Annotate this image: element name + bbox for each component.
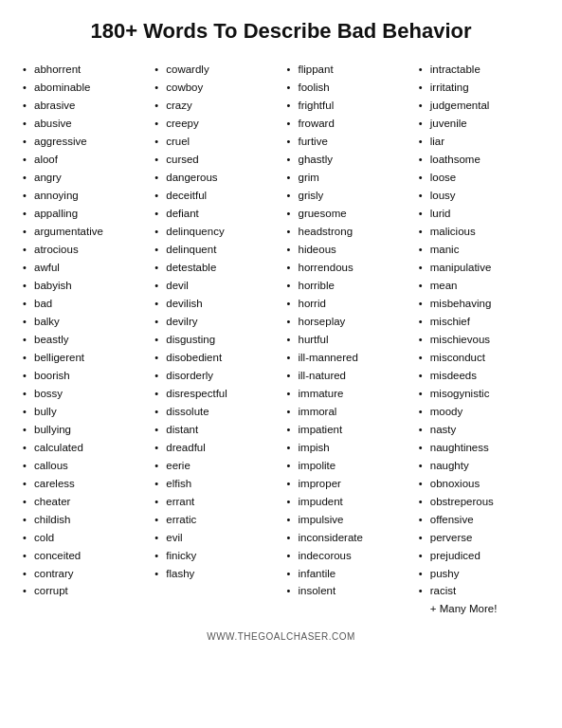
list-item: mischief (417, 313, 541, 331)
list-item: flippant (285, 61, 409, 79)
list-item: awful (21, 259, 145, 277)
list-item: dreadful (153, 439, 277, 457)
list-item: insolent (285, 582, 409, 600)
list-item: malicious (417, 223, 541, 241)
list-item: elfish (153, 475, 277, 493)
list-item: hideous (285, 241, 409, 259)
list-item: horseplay (285, 313, 409, 331)
list-item: manipulative (417, 259, 541, 277)
list-item: hurtful (285, 331, 409, 349)
list-item: lurid (417, 205, 541, 223)
list-item: infantile (285, 565, 409, 583)
list-item: disobedient (153, 349, 277, 367)
word-columns: abhorrentabominableabrasiveabusiveaggres… (17, 61, 545, 618)
list-item: grim (285, 169, 409, 187)
list-item: devilry (153, 313, 277, 331)
list-item: bullying (21, 421, 145, 439)
word-column-2: cowardlycowboycrazycreepycruelcurseddang… (149, 61, 281, 618)
list-item: loathsome (417, 151, 541, 169)
list-item: ghastly (285, 151, 409, 169)
list-item: conceited (21, 547, 145, 565)
list-item: misbehaving (417, 295, 541, 313)
list-item: mean (417, 277, 541, 295)
list-item: frightful (285, 97, 409, 115)
list-item: deceitful (153, 187, 277, 205)
list-item: immature (285, 385, 409, 403)
list-item: aggressive (21, 133, 145, 151)
list-item: dangerous (153, 169, 277, 187)
list-item: delinquency (153, 223, 277, 241)
list-item: moody (417, 403, 541, 421)
list-item: pushy (417, 565, 541, 583)
list-item: distant (153, 421, 277, 439)
list-item: immoral (285, 403, 409, 421)
list-item: prejudiced (417, 547, 541, 565)
list-item: evil (153, 529, 277, 547)
list-item: misconduct (417, 349, 541, 367)
list-item: cursed (153, 151, 277, 169)
list-item: abrasive (21, 97, 145, 115)
list-item: angry (21, 169, 145, 187)
list-item: misdeeds (417, 367, 541, 385)
list-item: cowboy (153, 79, 277, 97)
list-item: mischievous (417, 331, 541, 349)
list-item: disrespectful (153, 385, 277, 403)
list-item: naughtiness (417, 439, 541, 457)
list-item: flashy (153, 565, 277, 583)
list-item: gruesome (285, 205, 409, 223)
list-item: judgemental (417, 97, 541, 115)
list-item: horrid (285, 295, 409, 313)
list-item: intractable (417, 61, 541, 79)
list-item: cold (21, 529, 145, 547)
list-item: ill-natured (285, 367, 409, 385)
list-item: contrary (21, 565, 145, 583)
list-item: grisly (285, 187, 409, 205)
list-item: naughty (417, 457, 541, 475)
list-item: perverse (417, 529, 541, 547)
list-item: obstreperous (417, 493, 541, 511)
list-item: ill-mannered (285, 349, 409, 367)
list-item: racist (417, 582, 541, 600)
list-item: callous (21, 457, 145, 475)
list-item: impish (285, 439, 409, 457)
list-item: manic (417, 241, 541, 259)
list-item: crazy (153, 97, 277, 115)
list-item: corrupt (21, 582, 145, 600)
list-item: boorish (21, 367, 145, 385)
list-item: indecorous (285, 547, 409, 565)
list-item: disgusting (153, 331, 277, 349)
list-item: finicky (153, 547, 277, 565)
list-item: babyish (21, 277, 145, 295)
page-title: 180+ Words To Describe Bad Behavior (17, 19, 545, 44)
list-item: offensive (417, 511, 541, 529)
list-item: improper (285, 475, 409, 493)
list-item: misogynistic (417, 385, 541, 403)
list-item: beastly (21, 331, 145, 349)
list-item: inconsiderate (285, 529, 409, 547)
list-item: irritating (417, 79, 541, 97)
list-item: childish (21, 511, 145, 529)
list-item: headstrong (285, 223, 409, 241)
list-item: cowardly (153, 61, 277, 79)
list-item: disorderly (153, 367, 277, 385)
word-column-3: flippantfoolishfrightfulfrowardfurtivegh… (281, 61, 413, 618)
list-item: eerie (153, 457, 277, 475)
list-item: cheater (21, 493, 145, 511)
list-item: calculated (21, 439, 145, 457)
word-column-4: intractableirritatingjudgementaljuvenile… (413, 61, 545, 618)
list-item: impulsive (285, 511, 409, 529)
list-item: horrible (285, 277, 409, 295)
list-item: abhorrent (21, 61, 145, 79)
list-item: bossy (21, 385, 145, 403)
list-item: impudent (285, 493, 409, 511)
list-item: devilish (153, 295, 277, 313)
list-item: defiant (153, 205, 277, 223)
footer-url: WWW.THEGOALCHASER.COM (17, 631, 545, 642)
list-item: nasty (417, 421, 541, 439)
word-column-1: abhorrentabominableabrasiveabusiveaggres… (17, 61, 149, 618)
list-item: impolite (285, 457, 409, 475)
list-item: argumentative (21, 223, 145, 241)
list-item: cruel (153, 133, 277, 151)
list-item: errant (153, 493, 277, 511)
list-item: horrendous (285, 259, 409, 277)
